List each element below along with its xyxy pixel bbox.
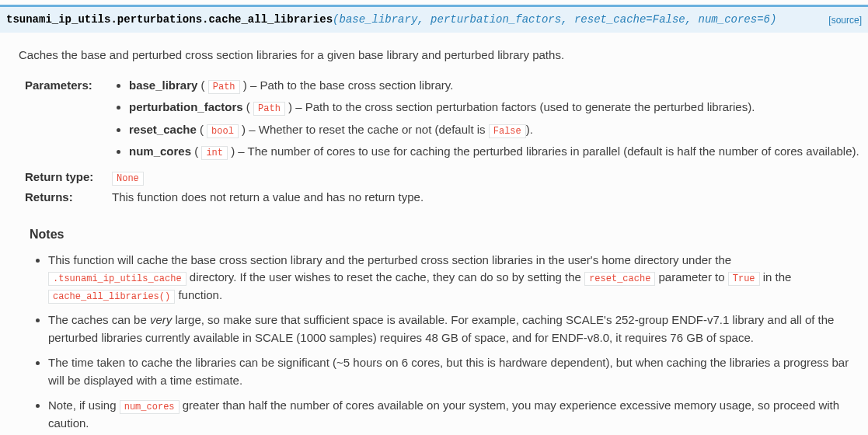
param-name: num_cores xyxy=(129,144,191,158)
note-text: directory. If the user wishes to reset t… xyxy=(186,270,585,284)
param-name: reset_cache xyxy=(129,123,197,136)
param-type: bool xyxy=(207,124,239,138)
param-name: perturbation_factors xyxy=(129,100,243,113)
return-type-value: None xyxy=(112,172,144,186)
param-type: Path xyxy=(253,102,285,116)
return-type-row: Return type: None xyxy=(19,169,868,186)
return-type-body: None xyxy=(112,169,868,186)
intro-text: Caches the base and perturbed cross sect… xyxy=(19,47,868,64)
param-desc: – Path to the base cross section library… xyxy=(247,78,454,92)
param-desc: ). xyxy=(526,123,533,136)
signature-qualname: tsunami_ip_utils.perturbations.cache_all… xyxy=(6,13,333,26)
returns-label: Returns: xyxy=(19,189,112,207)
param-item: num_cores ( int ) – The number of cores … xyxy=(129,143,868,161)
param-type: Path xyxy=(208,80,240,94)
param-type: int xyxy=(201,146,228,160)
code-literal: False xyxy=(489,124,526,138)
parameters-body: base_library ( Path ) – Path to the base… xyxy=(112,77,868,165)
notes-header: Notes xyxy=(30,225,868,244)
param-name: base_library xyxy=(129,78,197,92)
returns-row: Returns: This function does not return a… xyxy=(19,189,868,207)
parameters-row: Parameters: base_library ( Path ) – Path… xyxy=(19,77,868,165)
note-item: Note, if using num_cores greater than ha… xyxy=(48,397,868,432)
notes-list: This function will cache the base cross … xyxy=(19,252,868,433)
param-desc: – The number of cores to use for caching… xyxy=(235,144,859,158)
param-item: reset_cache ( bool ) – Whether to reset … xyxy=(129,121,868,139)
code-literal: cache_all_libraries() xyxy=(48,290,175,304)
doc-page: tsunami_ip_utils.perturbations.cache_all… xyxy=(0,5,868,432)
param-item: base_library ( Path ) – Path to the base… xyxy=(129,77,868,95)
doc-body: Caches the base and perturbed cross sect… xyxy=(0,33,868,432)
source-link[interactable]: [source] xyxy=(828,13,862,27)
note-text: This function will cache the base cross … xyxy=(48,253,731,266)
note-text: parameter to xyxy=(655,270,727,284)
note-text: function. xyxy=(175,288,222,301)
code-literal: True xyxy=(728,272,760,286)
param-item: perturbation_factors ( Path ) – Path to … xyxy=(129,99,868,117)
parameter-list: base_library ( Path ) – Path to the base… xyxy=(112,77,868,161)
note-item: This function will cache the base cross … xyxy=(48,252,868,304)
return-type-label: Return type: xyxy=(19,169,112,186)
note-text: in the xyxy=(760,270,792,284)
param-desc: – Whether to reset the cache or not (def… xyxy=(246,123,489,136)
note-text: Note, if using xyxy=(48,398,120,412)
note-text: The caches can be xyxy=(48,313,150,326)
code-literal: num_cores xyxy=(120,400,180,414)
code-literal: reset_cache xyxy=(584,272,655,286)
note-emphasis: very xyxy=(150,313,172,326)
signature-params: (base_library, perturbation_factors, res… xyxy=(333,13,776,26)
parameters-label: Parameters: xyxy=(19,77,112,95)
param-desc: – Path to the cross section perturbation… xyxy=(292,100,755,113)
function-signature: tsunami_ip_utils.perturbations.cache_all… xyxy=(0,5,868,33)
note-item: The caches can be very large, so make su… xyxy=(48,311,868,346)
note-item: The time taken to cache the libraries ca… xyxy=(48,354,868,389)
returns-body: This function does not return a value an… xyxy=(112,189,868,207)
code-literal: .tsunami_ip_utils_cache xyxy=(48,272,186,286)
